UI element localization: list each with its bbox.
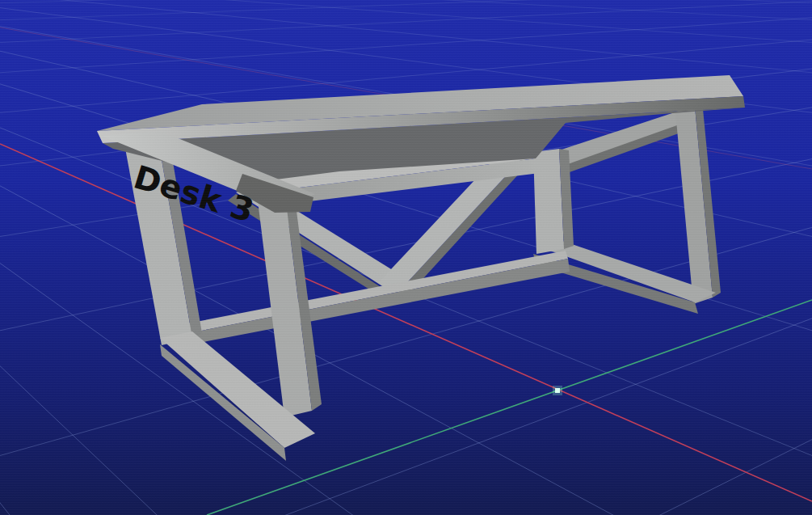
- viewport-3d[interactable]: Desk 3: [0, 0, 812, 515]
- origin-point: [555, 388, 560, 393]
- desk-front-right-post: [533, 149, 564, 254]
- scene-svg: Desk 3: [0, 0, 812, 515]
